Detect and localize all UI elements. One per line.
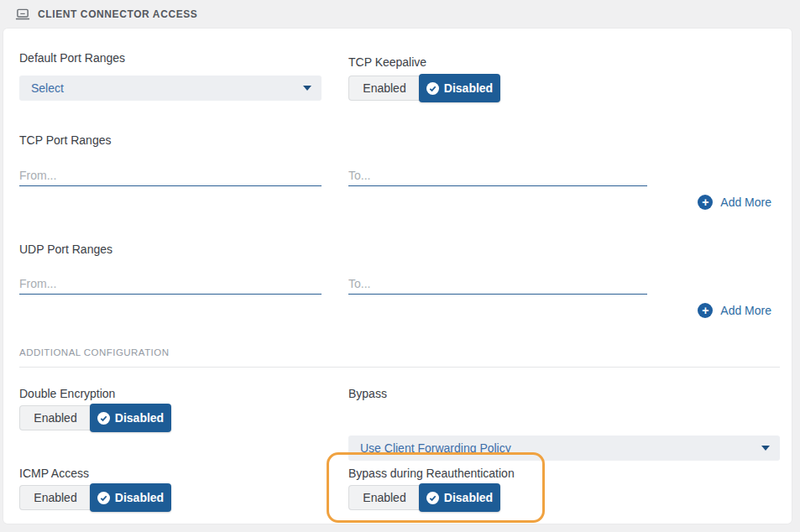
- tcp-keepalive-enabled-button[interactable]: Enabled: [348, 76, 420, 101]
- chevron-down-icon: [761, 446, 770, 451]
- icmp-access-label: ICMP Access: [19, 467, 89, 480]
- plus-circle-icon: +: [698, 303, 713, 318]
- bypass-select[interactable]: Use Client Forwarding Policy: [348, 436, 780, 461]
- chevron-down-icon: [303, 86, 311, 91]
- toggle-selected-label: Disabled: [115, 491, 164, 504]
- double-encryption-label: Double Encryption: [19, 387, 115, 400]
- add-more-label: Add More: [720, 304, 771, 317]
- toggle-selected-label: Disabled: [444, 81, 493, 95]
- check-circle-icon: [97, 492, 110, 504]
- udp-add-more-button[interactable]: + Add More: [698, 303, 771, 318]
- check-circle-icon: [97, 412, 110, 425]
- plus-circle-icon: +: [698, 195, 713, 210]
- laptop-icon: [15, 8, 30, 21]
- bypass-during-reauthentication-disabled-button[interactable]: Disabled: [419, 483, 500, 512]
- select-value: Select: [31, 81, 64, 95]
- tcp-from-input[interactable]: [19, 164, 322, 186]
- tcp-keepalive-label: TCP Keepalive: [348, 55, 426, 69]
- bypass-during-reauthentication-toggle: Enabled Disabled: [348, 483, 500, 512]
- toggle-selected-label: Disabled: [115, 411, 164, 425]
- select-value: Use Client Forwarding Policy: [360, 441, 511, 455]
- icmp-access-toggle: Enabled Disabled: [19, 483, 171, 512]
- page-title: CLIENT CONNECTOR ACCESS: [38, 8, 197, 20]
- bypass-during-reauthentication-label: Bypass during Reauthentication: [348, 467, 515, 480]
- udp-to-input[interactable]: [348, 273, 647, 295]
- section-divider: [19, 367, 780, 368]
- default-port-ranges-select[interactable]: Select: [19, 76, 322, 101]
- tcp-to-input[interactable]: [348, 164, 647, 186]
- tcp-keepalive-disabled-button[interactable]: Disabled: [419, 74, 500, 102]
- double-encryption-disabled-button[interactable]: Disabled: [90, 404, 171, 432]
- check-circle-icon: [426, 492, 439, 504]
- bypass-label: Bypass: [348, 387, 387, 400]
- icmp-access-enabled-button[interactable]: Enabled: [19, 485, 91, 510]
- udp-port-ranges-label: UDP Port Ranges: [19, 243, 112, 256]
- section-header: CLIENT CONNECTOR ACCESS: [0, 0, 800, 29]
- add-more-label: Add More: [720, 196, 771, 209]
- tcp-add-more-button[interactable]: + Add More: [698, 195, 771, 210]
- default-port-ranges-label: Default Port Ranges: [19, 51, 125, 65]
- icmp-access-disabled-button[interactable]: Disabled: [90, 483, 171, 512]
- tcp-port-ranges-label: TCP Port Ranges: [19, 133, 111, 147]
- double-encryption-toggle: Enabled Disabled: [19, 404, 171, 432]
- tcp-keepalive-toggle: Enabled Disabled: [348, 74, 500, 102]
- additional-configuration-heading: ADDITIONAL CONFIGURATION: [19, 347, 169, 357]
- bypass-during-reauthentication-enabled-button[interactable]: Enabled: [348, 485, 420, 510]
- udp-from-input[interactable]: [19, 273, 322, 295]
- toggle-selected-label: Disabled: [444, 491, 493, 504]
- check-circle-icon: [426, 82, 439, 95]
- client-connector-access-panel: Default Port Ranges Select TCP Keepalive…: [3, 29, 792, 524]
- double-encryption-enabled-button[interactable]: Enabled: [19, 405, 91, 430]
